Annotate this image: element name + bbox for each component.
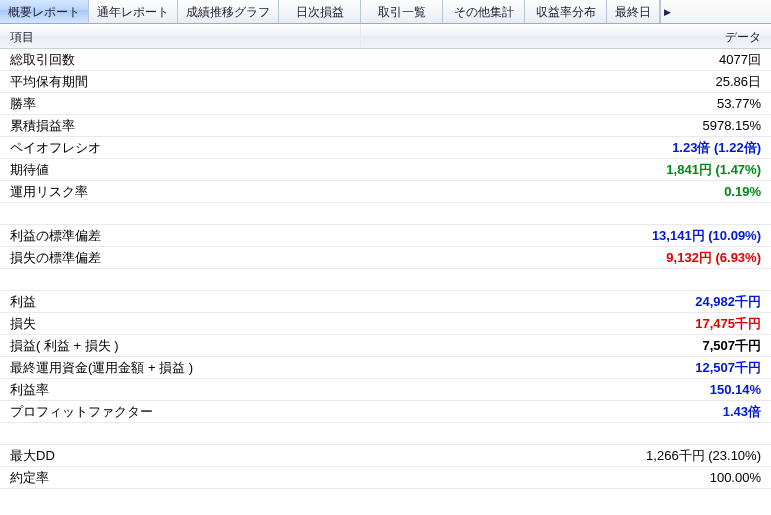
tab-5[interactable]: その他集計	[443, 0, 525, 23]
tab-bar: 概要レポート通年レポート成績推移グラフ日次損益取引一覧その他集計収益率分布最終日…	[0, 0, 771, 24]
row-label: 最大DD	[0, 447, 360, 465]
tab-1[interactable]: 通年レポート	[89, 0, 178, 23]
row-label: 利益	[0, 293, 360, 311]
tab-6[interactable]: 収益率分布	[525, 0, 607, 23]
table-row: 期待値1,841円 (1.47%)	[0, 159, 771, 181]
row-value: 4077回	[360, 51, 771, 69]
spacer-row	[0, 203, 771, 225]
table-row: 総取引回数4077回	[0, 49, 771, 71]
row-label: 累積損益率	[0, 117, 360, 135]
row-value: 1.23倍 (1.22倍)	[360, 139, 771, 157]
tab-4[interactable]: 取引一覧	[361, 0, 443, 23]
row-value: 17,475千円	[360, 315, 771, 333]
table-row: 損失の標準偏差9,132円 (6.93%)	[0, 247, 771, 269]
table-row: 平均保有期間25.86日	[0, 71, 771, 93]
column-header-row: 項目 データ	[0, 24, 771, 49]
row-value: 53.77%	[360, 96, 771, 111]
table-row: 損益( 利益 + 損失 )7,507千円	[0, 335, 771, 357]
row-value: 9,132円 (6.93%)	[360, 249, 771, 267]
row-label: 損失	[0, 315, 360, 333]
tab-2[interactable]: 成績推移グラフ	[178, 0, 279, 23]
tab-7[interactable]: 最終日	[607, 0, 660, 23]
table-row: 最大DD1,266千円 (23.10%)	[0, 445, 771, 467]
table-row: プロフィットファクター1.43倍	[0, 401, 771, 423]
row-value: 1.43倍	[360, 403, 771, 421]
spacer-row	[0, 269, 771, 291]
row-label: 損益( 利益 + 損失 )	[0, 337, 360, 355]
row-value: 5978.15%	[360, 118, 771, 133]
table-row: 最終運用資金(運用金額 + 損益 )12,507千円	[0, 357, 771, 379]
table-row: 利益24,982千円	[0, 291, 771, 313]
table-row: 累積損益率5978.15%	[0, 115, 771, 137]
tab-3[interactable]: 日次損益	[279, 0, 361, 23]
table-row: 利益の標準偏差13,141円 (10.09%)	[0, 225, 771, 247]
table-row: 約定率100.00%	[0, 467, 771, 489]
tab-scroll-right-icon[interactable]: ▶	[660, 0, 674, 23]
table-row: ペイオフレシオ1.23倍 (1.22倍)	[0, 137, 771, 159]
table-row: 損失17,475千円	[0, 313, 771, 335]
column-header-data[interactable]: データ	[360, 24, 771, 48]
spacer-row	[0, 423, 771, 445]
row-label: 期待値	[0, 161, 360, 179]
row-label: プロフィットファクター	[0, 403, 360, 421]
row-label: 利益の標準偏差	[0, 227, 360, 245]
row-value: 1,266千円 (23.10%)	[360, 447, 771, 465]
table-row: 勝率53.77%	[0, 93, 771, 115]
row-label: 損失の標準偏差	[0, 249, 360, 267]
row-label: 最終運用資金(運用金額 + 損益 )	[0, 359, 360, 377]
row-label: 約定率	[0, 469, 360, 487]
row-value: 7,507千円	[360, 337, 771, 355]
row-value: 0.19%	[360, 184, 771, 199]
data-rows: 総取引回数4077回平均保有期間25.86日勝率53.77%累積損益率5978.…	[0, 49, 771, 489]
row-value: 150.14%	[360, 382, 771, 397]
row-label: 平均保有期間	[0, 73, 360, 91]
row-value: 1,841円 (1.47%)	[360, 161, 771, 179]
row-label: 運用リスク率	[0, 183, 360, 201]
row-value: 12,507千円	[360, 359, 771, 377]
table-row: 利益率150.14%	[0, 379, 771, 401]
row-label: 利益率	[0, 381, 360, 399]
table-row: 運用リスク率0.19%	[0, 181, 771, 203]
tab-0[interactable]: 概要レポート	[0, 0, 89, 23]
row-label: 総取引回数	[0, 51, 360, 69]
column-header-item[interactable]: 項目	[0, 24, 360, 48]
row-value: 25.86日	[360, 73, 771, 91]
row-label: 勝率	[0, 95, 360, 113]
row-value: 24,982千円	[360, 293, 771, 311]
row-value: 100.00%	[360, 470, 771, 485]
row-label: ペイオフレシオ	[0, 139, 360, 157]
row-value: 13,141円 (10.09%)	[360, 227, 771, 245]
